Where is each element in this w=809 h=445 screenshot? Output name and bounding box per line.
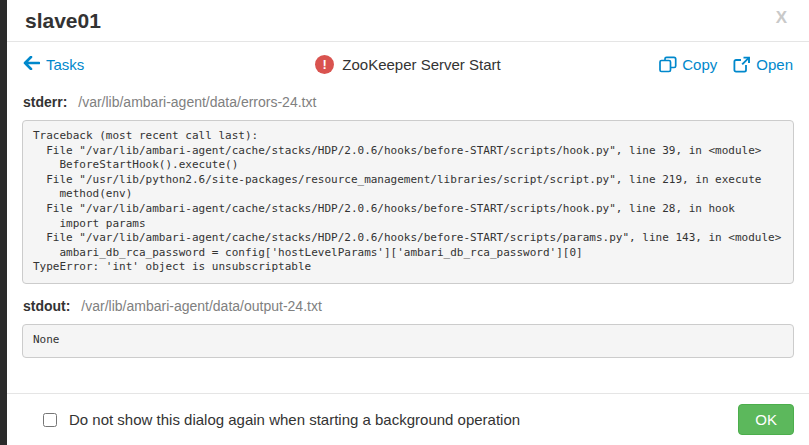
external-link-icon: [733, 56, 751, 73]
do-not-show-label: Do not show this dialog again when start…: [69, 411, 520, 428]
dialog-title: slave01: [25, 8, 791, 34]
stderr-row: stderr: /var/lib/ambari-agent/data/error…: [7, 94, 809, 110]
copy-icon: [659, 56, 677, 73]
copy-button[interactable]: Copy: [659, 56, 717, 73]
close-icon[interactable]: X: [776, 8, 787, 28]
do-not-show-checkbox[interactable]: [43, 413, 57, 427]
stdout-log-box: None: [22, 324, 794, 358]
task-detail-dialog: slave01 X Tasks ! ZooKeeper Server Start: [7, 0, 809, 445]
task-toolbar: Tasks ! ZooKeeper Server Start Copy: [7, 42, 809, 86]
back-link-label: Tasks: [46, 56, 84, 73]
arrow-left-icon: [23, 56, 40, 73]
stderr-label: stderr:: [23, 94, 67, 110]
dialog-footer: Do not show this dialog again when start…: [7, 393, 809, 445]
task-title: ZooKeeper Server Start: [342, 56, 500, 73]
copy-label: Copy: [682, 56, 717, 73]
error-status-icon: !: [315, 55, 334, 74]
stderr-path: /var/lib/ambari-agent/data/errors-24.txt: [78, 94, 316, 110]
stdout-row: stdout: /var/lib/ambari-agent/data/outpu…: [7, 298, 809, 314]
open-button[interactable]: Open: [733, 56, 793, 73]
open-label: Open: [756, 56, 793, 73]
stdout-label: stdout:: [23, 298, 70, 314]
toolbar-actions: Copy Open: [659, 56, 793, 73]
dialog-header: slave01 X: [7, 0, 809, 42]
stderr-log-box: Traceback (most recent call last): File …: [22, 120, 794, 284]
stdout-path: /var/lib/ambari-agent/data/output-24.txt: [81, 298, 321, 314]
do-not-show-option[interactable]: Do not show this dialog again when start…: [43, 411, 520, 428]
back-to-tasks-link[interactable]: Tasks: [23, 56, 84, 73]
ok-button[interactable]: OK: [738, 404, 794, 435]
